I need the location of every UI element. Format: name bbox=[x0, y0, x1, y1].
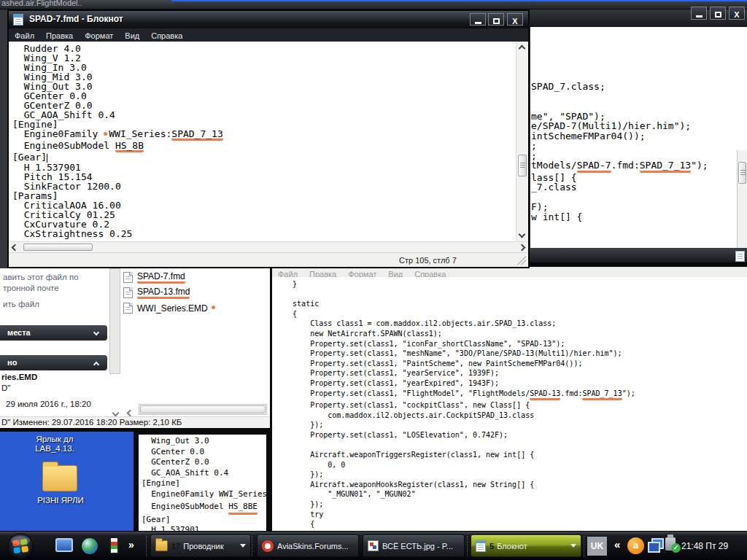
menu-item-3[interactable]: Формат bbox=[79, 30, 119, 42]
document-icon bbox=[123, 303, 133, 314]
code-line: try bbox=[275, 510, 747, 520]
annotation-underline: SPAD-13 bbox=[530, 389, 560, 401]
file-list-horizontal-scrollbar[interactable] bbox=[139, 404, 267, 415]
scrollbar-thumb[interactable] bbox=[518, 155, 527, 176]
code-line: static bbox=[275, 299, 747, 309]
section-details[interactable]: но bbox=[0, 355, 107, 370]
scroll-down-icon[interactable] bbox=[112, 410, 120, 417]
dropdown-arrow-icon[interactable] bbox=[570, 544, 576, 548]
bottom-notepad-text-area[interactable]: Wing_Out 3.0 GCenter 0.0 GCenterZ 0.0 GC… bbox=[139, 435, 266, 531]
scroll-up-icon[interactable] bbox=[519, 45, 526, 52]
desktop-shortcut-label[interactable]: Ярлык дл LAB_4.13. bbox=[0, 435, 109, 454]
document-icon bbox=[123, 272, 133, 283]
file-row[interactable]: SPAD-13.fmd bbox=[122, 285, 268, 300]
code-line: Class class1 = com.maddox.il2.objects.ai… bbox=[275, 319, 747, 329]
scrollbar-thumb[interactable] bbox=[738, 162, 746, 184]
taskbar-button-label: ВСЁ ЕСТЬ.jpg - P... bbox=[382, 542, 460, 551]
code-line: Engine0SubModel HS_8B bbox=[12, 141, 516, 152]
code-line: CriticalAOA 16.00 bbox=[12, 201, 516, 210]
folder-icon bbox=[155, 540, 168, 551]
resize-grip[interactable] bbox=[517, 256, 526, 265]
code-line: } bbox=[275, 279, 747, 289]
taskbar-button-label: Блокнот bbox=[497, 542, 568, 551]
menu-item-2[interactable]: Правка bbox=[40, 30, 79, 42]
media-film-icon[interactable] bbox=[109, 537, 119, 554]
file-row[interactable]: WWI_Series.EMD bbox=[122, 300, 268, 316]
annotation-dot bbox=[212, 306, 215, 309]
taskbar-button-проводник[interactable]: 17Проводник bbox=[150, 534, 251, 557]
network-icon[interactable] bbox=[648, 538, 664, 553]
menu-item-4[interactable]: Вид bbox=[119, 30, 145, 42]
taskbar-button-всё-есть-jpg-p-[interactable]: ВСЁ ЕСТЬ.jpg - P... bbox=[363, 534, 465, 557]
notepad-icon bbox=[735, 251, 745, 262]
notepad-menubar: ФайлПравкаФорматВидСправка bbox=[9, 28, 528, 42]
maximize-button[interactable] bbox=[710, 7, 726, 20]
tray-app-icon[interactable]: a bbox=[627, 537, 644, 554]
menu-item-5[interactable]: Справка bbox=[145, 30, 188, 42]
horizontal-scrollbar[interactable] bbox=[9, 241, 528, 252]
code-line: tModels/SPAD-7.fmd:SPAD_7_13"); bbox=[531, 160, 708, 173]
menu-item-1[interactable]: Файл bbox=[9, 30, 40, 42]
code-notepad-text-area[interactable]: } static { Class class1 = com.maddox.il2… bbox=[272, 277, 747, 531]
section-other-places[interactable]: места bbox=[0, 325, 107, 341]
scrollbar-thumb[interactable] bbox=[140, 405, 266, 413]
group-count: 17 bbox=[171, 542, 180, 551]
code-line bbox=[531, 92, 708, 102]
code-line: 0, 0 bbox=[275, 460, 747, 470]
minimize-button[interactable] bbox=[691, 7, 707, 20]
usb-check-badge: ✓ bbox=[671, 543, 681, 553]
quick-launch-more-chevron[interactable]: » bbox=[128, 539, 134, 551]
notepad-icon bbox=[13, 14, 23, 26]
taskbar: » 17ПроводникAviaSkins.Forums...ВСЁ ЕСТЬ… bbox=[0, 531, 747, 560]
background-code-area[interactable]: SPAD_7.class; me", "SPAD");e/SPAD-7(Mult… bbox=[530, 27, 747, 248]
minimize-button[interactable] bbox=[470, 13, 486, 26]
start-button[interactable] bbox=[7, 533, 34, 559]
background-window-title: ashed.air.FlightModel.. bbox=[1, 0, 82, 7]
maximize-icon bbox=[493, 18, 500, 24]
folder-icon[interactable] bbox=[42, 465, 77, 491]
code-line: Property.set(class1, "LOSElevation", 0.7… bbox=[275, 430, 747, 440]
show-desktop-icon[interactable] bbox=[55, 538, 73, 552]
code-line: _7.class bbox=[531, 182, 708, 192]
scroll-left-icon[interactable] bbox=[12, 244, 19, 252]
code-line: Rudder 4.0 bbox=[12, 44, 516, 53]
task-email-file-line2[interactable]: тронной почте bbox=[3, 283, 109, 294]
language-indicator[interactable]: UK bbox=[587, 537, 607, 556]
group-count: 5 bbox=[489, 542, 494, 551]
maximize-button[interactable] bbox=[488, 13, 504, 26]
task-move-file[interactable]: ить файл bbox=[3, 299, 109, 310]
dropdown-arrow-icon[interactable] bbox=[240, 544, 246, 548]
vertical-scrollbar[interactable] bbox=[516, 42, 528, 241]
notepad-titlebar[interactable]: SPAD-7.fmd - Блокнот X bbox=[9, 11, 528, 28]
task-email-file-line1[interactable]: авить этот файл по bbox=[3, 272, 109, 283]
close-button[interactable]: X bbox=[507, 13, 523, 26]
tray-collapse-chevron[interactable]: « bbox=[614, 538, 620, 551]
desktop-folder-label[interactable]: РІЗНІ ЯРЛИ bbox=[6, 496, 115, 505]
notepad-text-area[interactable]: Rudder 4.0 Wing_V 1.2 Wing_In 3.0 Wing_M… bbox=[9, 42, 516, 241]
details-modified-date: 29 июля 2016 г., 18:20 bbox=[6, 400, 91, 408]
code-notepad-window: ФайлПравкаФорматВидСправка } static { Cl… bbox=[266, 248, 747, 531]
code-line: SinkFactor 1200.0 bbox=[12, 182, 516, 191]
scroll-left-icon[interactable] bbox=[127, 410, 134, 417]
code-line: CxCurvature 0.2 bbox=[12, 219, 516, 229]
notepad-icon bbox=[476, 540, 486, 552]
scroll-right-icon[interactable] bbox=[519, 244, 526, 252]
annotation-underline: SPAD_7_13 bbox=[171, 129, 222, 141]
code-line bbox=[531, 192, 708, 203]
code-line: Property.set(class1, "meshName", "3DO/Pl… bbox=[275, 349, 747, 359]
internet-globe-icon[interactable] bbox=[82, 538, 98, 554]
maximize-icon bbox=[715, 12, 721, 18]
usb-safely-remove-icon[interactable]: ✓ bbox=[665, 537, 676, 551]
close-button[interactable]: X bbox=[729, 7, 745, 20]
taskbar-button-aviaskins-forums-[interactable]: AviaSkins.Forums... bbox=[257, 534, 359, 557]
file-row[interactable]: SPAD-7.fmd bbox=[122, 270, 268, 285]
code-line: Property.set(class1, "yearExpired", 1943… bbox=[275, 378, 747, 389]
background-vertical-scrollbar[interactable] bbox=[737, 150, 747, 248]
scrollbar-thumb[interactable] bbox=[23, 244, 93, 251]
task-pane-scrollbar[interactable] bbox=[109, 268, 120, 374]
background-window-titlebar: ashed.air.FlightModel.. bbox=[0, 0, 747, 9]
code-line: CriticalCy 01.25 bbox=[12, 210, 516, 219]
code-line: Engine0Family WWI_Series:SPAD_7_13 bbox=[12, 129, 516, 141]
scroll-down-icon[interactable] bbox=[519, 231, 526, 238]
taskbar-button-блокнот[interactable]: 5Блокнот bbox=[471, 534, 581, 557]
